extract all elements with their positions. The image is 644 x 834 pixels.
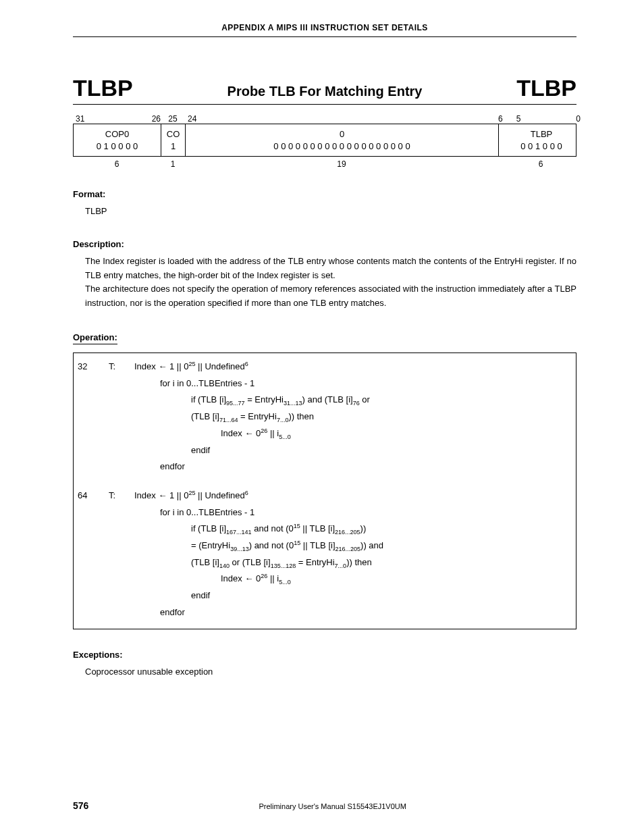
description-body: The Index register is loaded with the ad…	[73, 255, 576, 311]
footer-text: Preliminary User's Manual S15543EJ1V0UM	[88, 802, 576, 810]
appendix-header: APPENDIX A MIPS III INSTRUCTION SET DETA…	[73, 23, 576, 37]
field-cop0: COP0 0 1 0 0 0 0	[74, 124, 161, 156]
field-tlbp: TLBP 0 0 1 0 0 0	[499, 124, 584, 156]
mnemonic-left: TLBP	[73, 75, 133, 101]
page: APPENDIX A MIPS III INSTRUCTION SET DETA…	[0, 0, 644, 834]
op-stage-t: T:	[109, 359, 134, 475]
exceptions-body: Coprocessor unusable exception	[73, 665, 576, 679]
bit-24: 24	[188, 114, 196, 124]
instruction-title: Probe TLB For Matching Entry	[227, 84, 423, 99]
encoding-diagram: 3126 25 24 650 COP0 0 1 0 0 0 0 CO 1 0 0…	[73, 111, 576, 169]
description-p1: The Index register is loaded with the ad…	[85, 255, 576, 283]
format-label: Format:	[73, 189, 576, 199]
mnemonic-right: TLBP	[516, 75, 576, 101]
format-body: TLBP	[73, 205, 576, 219]
op-stage-t-64: T:	[109, 488, 134, 621]
operation-64: 64 T: Index ← 1 || 025 || Undefined6 for…	[78, 488, 572, 621]
bit-25: 25	[168, 114, 177, 124]
field-widths: 6 1 19 6	[73, 159, 576, 169]
op-code-32: Index ← 1 || 025 || Undefined6 for i in …	[134, 359, 572, 475]
operation-32: 32 T: Index ← 1 || 025 || Undefined6 for…	[78, 359, 572, 475]
op-code-64: Index ← 1 || 025 || Undefined6 for i in …	[134, 488, 572, 621]
bit-31: 31	[76, 114, 84, 124]
bit-labels: 3126 25 24 650	[73, 111, 583, 124]
bit-26: 26	[152, 114, 161, 124]
op-mode-32: 32	[78, 359, 109, 475]
bit-6: 6	[498, 114, 503, 124]
description-label: Description:	[73, 239, 576, 249]
op-mode-64: 64	[78, 488, 109, 621]
page-footer: 576 Preliminary User's Manual S15543EJ1V…	[73, 800, 576, 811]
field-zero: 0 0 0 0 0 0 0 0 0 0 0 0 0 0 0 0 0 0 0 0	[186, 124, 499, 156]
field-co: CO 1	[161, 124, 186, 156]
exceptions-label: Exceptions:	[73, 650, 576, 660]
instruction-title-bar: TLBP Probe TLB For Matching Entry TLBP	[73, 75, 576, 105]
bit-0: 0	[576, 114, 581, 124]
encoding-table: COP0 0 1 0 0 0 0 CO 1 0 0 0 0 0 0 0 0 0 …	[73, 124, 576, 157]
bit-5: 5	[516, 114, 521, 124]
page-number: 576	[73, 800, 88, 811]
description-p2: The architecture does not specify the op…	[85, 282, 576, 311]
operation-label: Operation:	[73, 332, 117, 344]
operation-box: 32 T: Index ← 1 || 025 || Undefined6 for…	[73, 353, 576, 629]
